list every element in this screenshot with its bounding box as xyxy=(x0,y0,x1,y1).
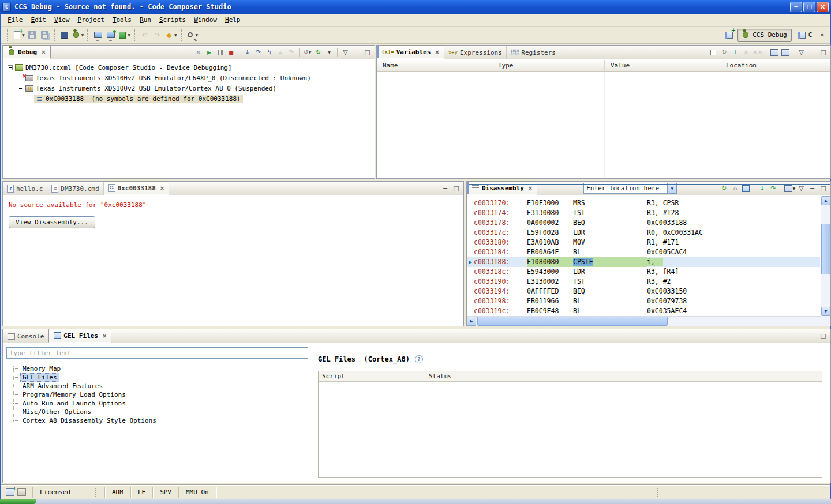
menu-item[interactable]: Window xyxy=(190,14,221,25)
tree-item[interactable]: Auto Run and Launch Options xyxy=(6,399,308,408)
maximize-view-icon[interactable]: □ xyxy=(362,47,372,57)
filter-input[interactable] xyxy=(6,347,308,359)
tree-item[interactable]: Program/Memory Load Options xyxy=(6,390,308,399)
tab-debug[interactable]: Debug × xyxy=(3,45,51,59)
maximize-view-icon[interactable]: □ xyxy=(451,183,461,193)
scroll-right-icon[interactable]: ▶ xyxy=(467,317,476,326)
minimize-view-icon[interactable]: ─ xyxy=(440,183,450,193)
close-icon[interactable]: × xyxy=(160,185,164,191)
menu-item[interactable]: File xyxy=(3,14,27,25)
disassembly-row[interactable]: ▶ c003318c: E5943000 LDR R3, [R4] xyxy=(467,267,820,277)
maximize-view-icon[interactable]: □ xyxy=(818,183,828,193)
tab-hello-c[interactable]: hello.c xyxy=(3,182,47,195)
disassembly-row[interactable]: ▶ c0033178: 0A000002 BEQ 0xC0033188 xyxy=(467,218,820,228)
disassembly-row[interactable]: ▶ c003319c: EB0C9F48 BL 0xC035AEC4 xyxy=(467,306,820,316)
menu-item[interactable]: Scripts xyxy=(155,14,190,25)
tree-item[interactable]: ARM Advanced Features xyxy=(6,382,308,390)
stack-frame-item[interactable]: ≡ 0xC0033188 (no symbols are defined for… xyxy=(3,93,375,104)
close-icon[interactable]: × xyxy=(41,49,46,55)
debug-button[interactable]: ▼ xyxy=(71,28,85,42)
flash-button[interactable]: ◆▼ xyxy=(164,28,178,42)
show-type-names-button[interactable] xyxy=(709,47,718,57)
assembly-step-over-button[interactable]: ↷ xyxy=(286,47,296,57)
disassembly-row[interactable]: ▶ c0033170: E10F3000 MRS R3, CPSR xyxy=(467,198,820,208)
tree-item[interactable]: Cortex A8 Disassembly Style Options xyxy=(6,416,308,425)
open-perspective-button[interactable] xyxy=(723,28,735,42)
disk-icon[interactable] xyxy=(17,488,26,496)
collapse-icon[interactable] xyxy=(8,65,13,70)
view-disassembly-button[interactable]: View Disassembly... xyxy=(9,216,95,228)
toolbar-grip[interactable] xyxy=(134,29,136,41)
title-bar[interactable]: C CCS Debug - Source not found. - Code C… xyxy=(0,0,831,14)
help-icon[interactable]: ? xyxy=(415,355,423,363)
gel-scripts-table-body[interactable] xyxy=(319,382,822,477)
disassembly-row[interactable]: ▶ c0033194: 0AFFFFED BEQ 0xC0033150 xyxy=(467,287,820,296)
remove-all-button[interactable]: × xyxy=(193,47,203,57)
disassembly-row[interactable]: ▶ c0033184: EB00A64E BL 0xC005CAC4 xyxy=(467,247,820,257)
collapse-icon[interactable] xyxy=(18,86,23,91)
menu-item[interactable]: Tools xyxy=(108,14,136,25)
tab-disassembly[interactable]: Disassembly × xyxy=(467,181,537,195)
pin-view-button[interactable] xyxy=(780,47,790,57)
toolbar-grip[interactable] xyxy=(7,29,9,41)
statusbar-grip[interactable] xyxy=(95,488,98,497)
debug-core-c64xp[interactable]: Texas Instruments XDS100v2 USB Emulator/… xyxy=(3,73,375,83)
tree-item[interactable]: GEL Files xyxy=(6,373,308,382)
remove-all-button[interactable]: ×× xyxy=(753,47,763,57)
assembly-step-into-button[interactable]: ↓ xyxy=(275,47,285,57)
fast-view-icon[interactable] xyxy=(6,488,14,496)
tree-item[interactable]: Misc/Other Options xyxy=(6,408,308,416)
column-header-script[interactable]: Script xyxy=(319,371,425,381)
disassembly-row[interactable]: ▶ c0033198: EB011966 BL 0xC0079738 xyxy=(467,296,820,306)
close-icon[interactable]: × xyxy=(102,333,107,339)
view-menu-button[interactable]: ▽ xyxy=(340,47,350,57)
menu-item[interactable]: Help xyxy=(221,14,245,25)
connect-target-button[interactable] xyxy=(104,28,117,42)
close-icon[interactable]: × xyxy=(435,49,439,55)
tab-console[interactable]: Console xyxy=(3,330,48,343)
show-device-button[interactable] xyxy=(92,28,104,42)
refresh-button[interactable]: ↻ xyxy=(720,47,729,57)
menu-item[interactable]: Run xyxy=(136,14,155,25)
column-header-location[interactable]: Location xyxy=(720,60,830,71)
menu-item[interactable]: View xyxy=(50,14,74,25)
tree-item[interactable]: Memory Map xyxy=(6,364,308,373)
refresh-button[interactable]: ↻ xyxy=(719,183,729,193)
tab-dm3730-cmd[interactable]: DM3730.cmd xyxy=(47,182,103,195)
perspective-ccs-debug[interactable]: CCS Debug xyxy=(737,29,792,42)
close-window-icon[interactable]: × xyxy=(817,2,829,12)
maximize-window-icon[interactable]: □ xyxy=(803,2,815,12)
close-icon[interactable]: × xyxy=(528,185,533,191)
debug-core-cortex-a8[interactable]: Texas Instruments XDS100v2 USB Emulator/… xyxy=(3,83,375,93)
step-into-button[interactable]: ↓ xyxy=(757,183,767,193)
toolbar-grip[interactable] xyxy=(54,29,56,41)
combo-dropdown-icon[interactable]: ▼ xyxy=(667,183,676,193)
link-with-active-button[interactable] xyxy=(741,183,751,193)
new-file-button[interactable]: ▼ xyxy=(12,28,26,42)
scrollbar-thumb[interactable] xyxy=(821,224,830,274)
minimize-view-icon[interactable]: ─ xyxy=(351,47,361,57)
step-return-button[interactable]: ↰ xyxy=(264,47,274,57)
disassembly-row[interactable]: ▶ c0033174: E3130080 TST R3, #128 xyxy=(467,208,820,218)
debug-session-root[interactable]: DM3730.ccxml [Code Composer Studio - Dev… xyxy=(3,62,375,73)
save-button[interactable] xyxy=(26,28,39,42)
resume-button[interactable]: ▶ xyxy=(204,47,214,57)
toolbar-grip[interactable] xyxy=(181,29,183,41)
menu-item[interactable]: Edit xyxy=(27,14,51,25)
tab-gel-files[interactable]: GEL Files × xyxy=(48,329,111,343)
disassembly-row[interactable]: ▶ c0033188: F1080080 CPSIE i, xyxy=(467,257,820,267)
back-button[interactable]: ↶ xyxy=(138,28,151,42)
column-header-name[interactable]: Name xyxy=(377,60,492,71)
column-header-value[interactable]: Value xyxy=(605,60,720,71)
add-expression-button[interactable]: + xyxy=(731,47,740,57)
remove-button[interactable]: × xyxy=(742,47,751,57)
disassembly-row[interactable]: ▶ c0033190: E3130002 TST R3, #2 xyxy=(467,277,820,287)
perspective-overflow-chevron[interactable]: » xyxy=(818,31,826,39)
variables-table-body[interactable] xyxy=(377,72,830,178)
step-over-button[interactable]: ↷ xyxy=(253,47,263,57)
minimize-view-icon[interactable]: ─ xyxy=(807,183,817,193)
horizontal-scrollbar[interactable]: ◀ ▶ xyxy=(467,316,821,326)
restart-button[interactable]: ↻ xyxy=(313,47,323,57)
disassembly-row[interactable]: ▶ c0033180: E3A010AB MOV R1, #171 xyxy=(467,238,820,247)
scroll-up-icon[interactable]: ▲ xyxy=(821,196,830,205)
